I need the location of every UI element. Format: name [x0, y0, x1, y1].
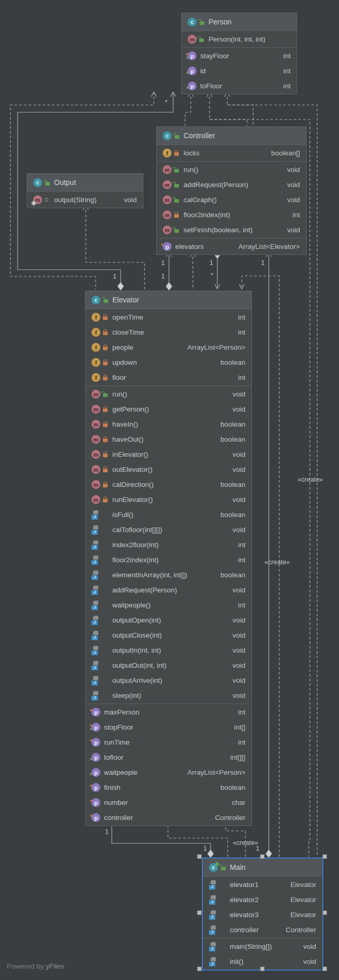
- selection-handle[interactable]: [322, 854, 327, 859]
- member-icons: J: [209, 942, 227, 951]
- member-row-outputclose-int-[interactable]: JoutputClose(int)void: [85, 628, 252, 643]
- class-header-elevator[interactable]: cElevator: [85, 291, 252, 309]
- member-row-outputarrive-int-[interactable]: JoutputArrive(int)void: [85, 673, 252, 688]
- class-node-person[interactable]: cPersonmPerson(int, int, int)pstayFloori…: [181, 12, 297, 95]
- member-row-calgraph-[interactable]: mcalGraph()void: [157, 192, 306, 207]
- member-icons: f: [92, 358, 109, 367]
- java-method-icon: J: [92, 646, 101, 655]
- member-row-number[interactable]: pnumberchar: [85, 795, 252, 810]
- member-type: int: [233, 601, 245, 609]
- member-row-outputopen-int-[interactable]: JoutputOpen(int)void: [85, 613, 252, 628]
- member-row-runtime[interactable]: prunTimeint: [85, 735, 252, 750]
- member-row-index2floor-int-[interactable]: Jindex2floor(int)int: [85, 537, 252, 552]
- selection-handle[interactable]: [322, 910, 327, 915]
- member-type: boolean: [215, 571, 245, 579]
- member-row-floor2index-int-[interactable]: mfloor2index(int)int: [157, 207, 306, 222]
- member-type: void: [227, 586, 245, 594]
- member-row-getperson-[interactable]: mgetPerson()void: [85, 402, 252, 417]
- member-row-setfinish-boolean-int-[interactable]: msetFinish(boolean, int)void: [157, 222, 306, 237]
- member-type: Elevator: [285, 896, 316, 904]
- selection-handle[interactable]: [197, 854, 202, 859]
- member-row-stopfloor[interactable]: pstopFloorint[]: [85, 720, 252, 735]
- member-row-inelevator-[interactable]: minElevator()void: [85, 447, 252, 462]
- field-icon: f: [92, 328, 100, 337]
- member-row-elevator2[interactable]: Jelevator2Elevator: [203, 892, 322, 907]
- member-row-caldirection-[interactable]: mcalDirection()boolean: [85, 477, 252, 492]
- member-row-run-[interactable]: mrun()void: [85, 387, 252, 402]
- class-node-elevator[interactable]: cElevatorfopenTimeintfcloseTimeintfpeopl…: [85, 290, 252, 826]
- method-icon: m: [163, 165, 172, 174]
- member-row-floor2index-int-[interactable]: Jfloor2index(int)int: [85, 552, 252, 567]
- member-name: setFinish(boolean, int): [184, 226, 253, 234]
- member-row-outputout-int-int-[interactable]: JoutputOut(int, int)void: [85, 658, 252, 673]
- member-row-main-string-[interactable]: Jmain(String[])void: [203, 939, 322, 954]
- java-method-icon: J: [92, 691, 101, 700]
- member-row-locks[interactable]: flocksboolean[]: [157, 145, 306, 161]
- member-row-output-string-[interactable]: moutput(String)void: [27, 192, 143, 207]
- yfiles-brand-link[interactable]: yFiles: [46, 962, 64, 970]
- member-icons: p: [92, 813, 101, 822]
- java-method-icon: J: [92, 631, 101, 640]
- member-icons: J: [209, 957, 227, 966]
- member-type: void: [227, 390, 245, 398]
- method-icon: m: [92, 450, 100, 459]
- member-row-elementinarray-int-int-[interactable]: JelementInArray(int, int[])boolean: [85, 567, 252, 582]
- member-row-updown[interactable]: fupdownboolean: [85, 355, 252, 370]
- member-row-outputin-int-int-[interactable]: JoutputIn(int, int)void: [85, 643, 252, 658]
- member-row-haveout-[interactable]: mhaveOut()boolean: [85, 432, 252, 447]
- member-row-opentime[interactable]: fopenTimeint: [85, 310, 252, 325]
- member-row-controller[interactable]: JcontrollerController: [203, 922, 322, 937]
- member-name: addRequest(Person): [112, 586, 177, 594]
- class-node-controller[interactable]: cControllerflocksboolean[]mrun()voidmadd…: [156, 126, 307, 255]
- member-row-run-[interactable]: mrun()void: [157, 162, 306, 177]
- class-node-main[interactable]: cMainJelevator1ElevatorJelevator2Elevato…: [202, 857, 323, 971]
- method-icon: m: [92, 405, 100, 414]
- member-name: stopFloor: [104, 723, 133, 731]
- selection-handle[interactable]: [260, 854, 265, 859]
- member-row-outelevator-[interactable]: moutElevator()void: [85, 462, 252, 477]
- member-row-caltofloor-int-[interactable]: JcalTofloor(int[][])void: [85, 522, 252, 537]
- member-row-floor[interactable]: ffloorint: [85, 370, 252, 385]
- member-row-id[interactable]: pidint: [181, 63, 297, 78]
- member-row-maxperson[interactable]: pmaxPersonint: [85, 705, 252, 720]
- member-row-people[interactable]: fpeopleArrayList<Person>: [85, 340, 252, 355]
- selection-handle[interactable]: [197, 966, 202, 971]
- member-row-addrequest-person-[interactable]: JaddRequest(Person)void: [85, 582, 252, 598]
- member-row-elevator1[interactable]: Jelevator1Elevator: [203, 877, 322, 892]
- class-header-person[interactable]: cPerson: [181, 13, 297, 31]
- member-row-stayfloor[interactable]: pstayFloorint: [181, 48, 297, 63]
- member-row-closetime[interactable]: fcloseTimeint: [85, 325, 252, 340]
- member-row-elevators[interactable]: pelevatorsArrayList<Elevator>: [157, 239, 306, 254]
- method-icon: m: [92, 465, 100, 474]
- member-row-addrequest-person-[interactable]: maddRequest(Person)void: [157, 177, 306, 192]
- member-row-havein-[interactable]: mhaveIn()boolean: [85, 417, 252, 432]
- member-icons: f: [92, 373, 109, 382]
- member-type: int: [278, 52, 291, 60]
- member-row-tofloor[interactable]: ptoFloorint: [181, 78, 297, 94]
- class-node-output[interactable]: cOutputmoutput(String)void: [27, 173, 144, 208]
- member-name: haveIn(): [112, 420, 138, 428]
- member-row-waitpeople-[interactable]: Jwaitpeople()int: [85, 598, 252, 613]
- member-icons: J: [92, 601, 109, 610]
- diagram-canvas[interactable]: *1«create»111*«create»1111«create» cPers…: [0, 0, 339, 980]
- class-header-main[interactable]: cMain: [203, 858, 322, 877]
- member-row-runelevator-[interactable]: mrunElevator()void: [85, 492, 252, 507]
- member-icons: p: [92, 753, 101, 762]
- member-row-isfull-[interactable]: JisFull()boolean: [85, 507, 252, 522]
- member-row-tofloor[interactable]: ptofloorint[][]: [85, 750, 252, 765]
- member-row-waitpeople[interactable]: pwaitpeopleArrayList<Person>: [85, 765, 252, 780]
- selection-handle[interactable]: [260, 966, 265, 971]
- member-row-sleep-int-[interactable]: Jsleep(int)void: [85, 688, 252, 703]
- java-method-icon: J: [92, 661, 101, 670]
- member-row-controller[interactable]: pcontrollerController: [85, 810, 252, 825]
- selection-handle[interactable]: [322, 966, 327, 971]
- class-title: Elevator: [112, 296, 139, 304]
- class-header-controller[interactable]: cController: [157, 127, 306, 145]
- member-row-person-int-int-int-[interactable]: mPerson(int, int, int): [181, 32, 297, 47]
- static-marker-icon: [31, 200, 36, 206]
- svg-text:1: 1: [161, 273, 165, 280]
- member-row-finish[interactable]: pfinishboolean: [85, 780, 252, 795]
- member-row-elevator3[interactable]: Jelevator3Elevator: [203, 907, 322, 922]
- class-header-output[interactable]: cOutput: [27, 174, 143, 192]
- selection-handle[interactable]: [197, 910, 202, 915]
